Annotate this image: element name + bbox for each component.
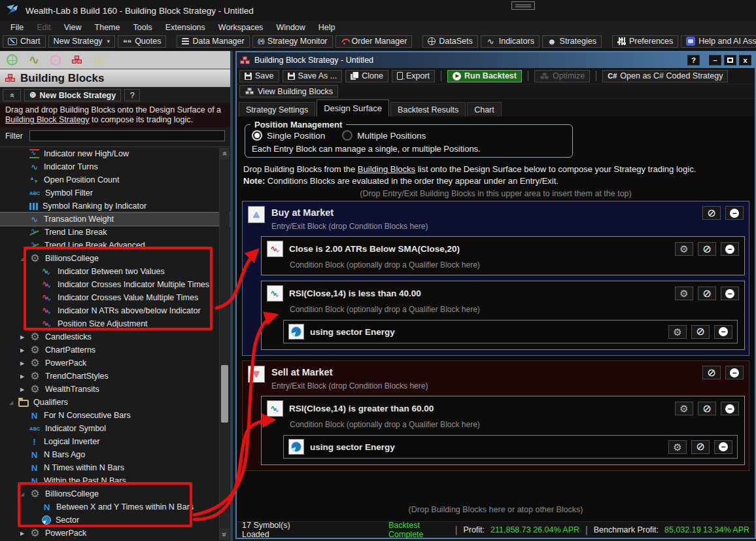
strategy-monitor-button[interactable]: ((•))Strategy Monitor: [252, 35, 333, 48]
tree-item[interactable]: Trend Line Break: [0, 226, 230, 239]
tree-item[interactable]: NBetween X and Y Times within N Bars: [0, 500, 230, 514]
restore-widget[interactable]: [511, 1, 535, 10]
strategy-window-titlebar[interactable]: Building Block Strategy - Untitled ? – x: [237, 52, 755, 68]
tree-group[interactable]: ◢Qualifiers: [0, 396, 230, 409]
condition-block[interactable]: RSI(Close,14) is greater than 60.00 ⚙ ⊘ …: [261, 396, 745, 465]
tab-design-surface[interactable]: Design Surface: [317, 99, 389, 116]
remove-block-button[interactable]: −: [721, 402, 739, 415]
building-blocks-tab-icon[interactable]: [72, 56, 82, 64]
condition-block[interactable]: RSI(Close,14) is less than 40.00 ⚙ ⊘ − C…: [261, 281, 745, 350]
expander-collapsed-icon[interactable]: ▶: [20, 531, 25, 536]
datasets-button[interactable]: DataSets: [422, 35, 477, 48]
remove-block-button[interactable]: −: [721, 287, 739, 300]
tree-item[interactable]: Trend Line Break Advanced: [0, 239, 230, 252]
menu-help[interactable]: Help: [312, 22, 342, 33]
tree-group[interactable]: ▶⚙Candlesticks: [0, 330, 230, 343]
buy-at-market-block[interactable]: ▲ Buy at Market Entry/Exit Block (drop C…: [242, 201, 749, 356]
configure-button[interactable]: ⚙: [668, 440, 687, 454]
expander-collapsed-icon[interactable]: ▶: [20, 334, 25, 340]
menu-view[interactable]: View: [58, 22, 88, 33]
expander-collapsed-icon[interactable]: ▶: [20, 360, 25, 366]
tree-item[interactable]: !Logical Inverter: [0, 435, 230, 448]
tree-item[interactable]: ∿Indicator Turns: [0, 160, 230, 173]
tree-item[interactable]: Indicator N ATRs above/below Indicator: [0, 304, 230, 317]
condition-block[interactable]: Close is 2.00 ATRs Below SMA(Close,20) ⚙…: [261, 236, 745, 275]
tree-group[interactable]: ◢⚙BillionsCollege: [0, 487, 230, 500]
tree-item[interactable]: NN Times within N Bars: [0, 461, 230, 474]
tree-item[interactable]: NN Bars Ago: [0, 448, 230, 461]
remove-block-button[interactable]: −: [714, 440, 732, 454]
sell-at-market-block[interactable]: ▼ Sell at Market Entry/Exit Block (drop …: [242, 360, 749, 471]
tree-item[interactable]: Symbol Ranking by Indicator: [0, 200, 230, 213]
remove-block-button[interactable]: −: [714, 325, 732, 339]
configure-button[interactable]: ⚙: [675, 287, 693, 300]
tree-item[interactable]: Open Position Count: [0, 173, 230, 186]
view-building-blocks-button[interactable]: View Building Blocks: [239, 85, 338, 97]
tree-group[interactable]: ▶⚙TrendChartStyles: [0, 370, 230, 383]
expander-expanded-icon[interactable]: ◢: [9, 400, 14, 406]
new-strategy-button[interactable]: New Strategy▾: [48, 35, 116, 48]
tab-backtest-results[interactable]: Backtest Results: [390, 102, 466, 116]
disable-block-button[interactable]: ⊘: [702, 206, 721, 220]
save-button[interactable]: Save: [239, 70, 279, 82]
qualifier-block[interactable]: using sector Energy ⚙ ⊘ −: [283, 435, 738, 459]
library-tab-icon[interactable]: [93, 54, 105, 65]
tree-group[interactable]: ▶⚙WealthTransits: [0, 383, 230, 396]
expander-expanded-icon[interactable]: ◢: [20, 491, 25, 497]
order-manager-button[interactable]: Order Manager: [335, 35, 413, 48]
tree-item[interactable]: Position Size Adjustment: [0, 317, 230, 330]
collapse-all-button[interactable]: »: [3, 89, 21, 101]
expander-collapsed-icon[interactable]: ▶: [20, 387, 25, 393]
new-block-strategy-button[interactable]: ⊕New Block Strategy: [24, 89, 121, 101]
tree-item[interactable]: ABCIndicator Symbol: [0, 422, 230, 435]
indicators-button[interactable]: ∿Indicators: [481, 35, 540, 48]
configure-button[interactable]: ⚙: [675, 402, 693, 415]
expander-expanded-icon[interactable]: ◢: [20, 256, 25, 262]
remove-block-button[interactable]: −: [725, 366, 744, 379]
tree-group[interactable]: ▶⚙PowerPack: [0, 527, 230, 540]
strategies-tab-icon[interactable]: [50, 55, 61, 65]
tree-scrollbar[interactable]: » »: [219, 148, 230, 540]
building-block-strategy-link[interactable]: Building Block Strategy: [5, 115, 90, 124]
expander-collapsed-icon[interactable]: ▶: [20, 347, 25, 353]
save-as-button[interactable]: Save As ...: [283, 70, 343, 82]
configure-button[interactable]: ⚙: [668, 325, 687, 339]
menu-tools[interactable]: Tools: [126, 22, 158, 33]
tab-chart[interactable]: Chart: [467, 102, 502, 116]
run-backtest-button[interactable]: Run Backtest: [447, 70, 522, 82]
scroll-down-icon[interactable]: »: [220, 529, 230, 540]
filter-input[interactable]: [29, 130, 225, 141]
multiple-positions-radio[interactable]: Multiple Positions: [342, 130, 426, 141]
tree-item[interactable]: Indicator new High/Low: [0, 147, 230, 160]
disable-block-button[interactable]: ⊘: [702, 366, 721, 379]
tree-item[interactable]: Sector: [0, 514, 230, 527]
disable-block-button[interactable]: ⊘: [698, 402, 716, 415]
remove-block-button[interactable]: −: [721, 242, 739, 256]
single-position-radio[interactable]: Single Position: [252, 130, 325, 141]
data-manager-button[interactable]: Data Manager: [177, 35, 249, 48]
maximize-button[interactable]: [724, 55, 736, 65]
tree-group[interactable]: ◢⚙BillionsCollege: [0, 252, 230, 265]
preferences-button[interactable]: Preferences: [612, 35, 678, 48]
tree-item[interactable]: ∿Transaction Weight: [0, 213, 230, 226]
datasets-tab-icon[interactable]: [7, 54, 18, 65]
indicators-tab-icon[interactable]: ∿: [29, 52, 39, 67]
export-button[interactable]: Export: [392, 70, 435, 82]
tree-group[interactable]: ▶⚙ChartPatterns: [0, 343, 230, 357]
configure-button[interactable]: ⚙: [675, 242, 693, 256]
expander-collapsed-icon[interactable]: ▶: [20, 374, 25, 379]
tree-item[interactable]: Indicator Between two Values: [0, 265, 230, 278]
tree-item[interactable]: Indicator Crosses Value Multiple Times: [0, 291, 230, 304]
tree-item[interactable]: Indicator Crosses Indicator Multiple Tim…: [0, 278, 230, 291]
disable-block-button[interactable]: ⊘: [698, 242, 716, 256]
disable-block-button[interactable]: ⊘: [691, 325, 710, 339]
clone-button[interactable]: Clone: [345, 70, 388, 82]
tree-group[interactable]: ▶⚙PowerPack: [0, 357, 230, 370]
panel-help-button[interactable]: ?: [124, 89, 140, 101]
strategies-button[interactable]: ☻Strategies: [542, 35, 602, 48]
open-csharp-button[interactable]: C#Open as C# Coded Strategy: [602, 70, 728, 82]
scrollbar-thumb[interactable]: [221, 365, 228, 423]
tab-strategy-settings[interactable]: Strategy Settings: [239, 102, 315, 116]
window-help-button[interactable]: ?: [687, 55, 700, 65]
scroll-up-icon[interactable]: »: [220, 148, 230, 160]
